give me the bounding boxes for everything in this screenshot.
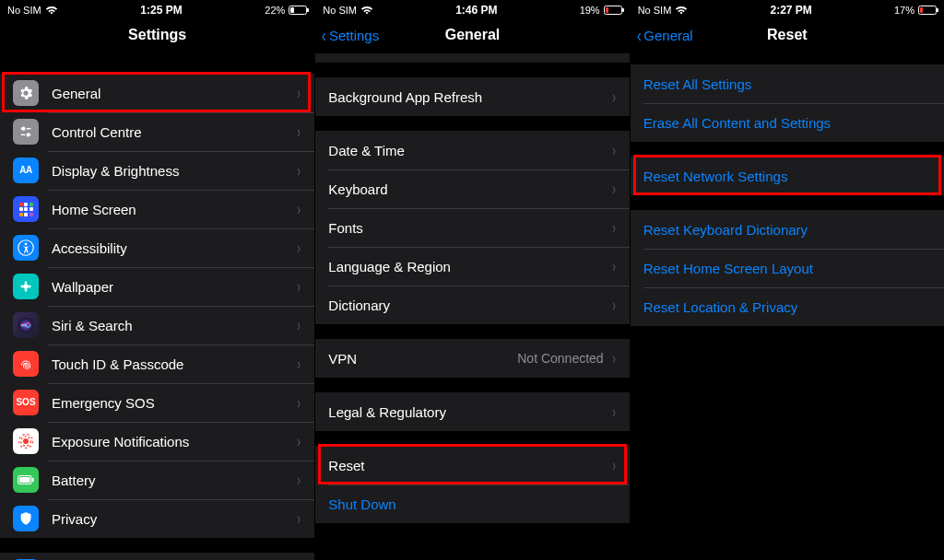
row-exposure-notifications[interactable]: Exposure Notifications › xyxy=(0,422,314,461)
panel-reset: No SIM 2:27 PM 17% ‹ General Reset Reset xyxy=(630,0,944,560)
row-label: Keyboard xyxy=(328,181,610,197)
chevron-right-icon: › xyxy=(612,257,616,276)
exposure-icon xyxy=(13,428,39,454)
chevron-right-icon: › xyxy=(298,277,301,297)
battery-icon xyxy=(918,6,937,15)
row-label: Dictionary xyxy=(328,298,610,313)
row-label: VPN xyxy=(328,351,517,367)
row-label: Accessibility xyxy=(52,240,296,256)
battery-percent: 19% xyxy=(580,5,600,16)
row-keyboard[interactable]: Keyboard › xyxy=(315,169,629,208)
row-home-screen[interactable]: Home Screen › xyxy=(0,190,314,228)
row-label: Exposure Notifications xyxy=(52,434,296,449)
back-button[interactable]: ‹ General xyxy=(636,17,693,53)
settings-group: Reset Network Settings xyxy=(631,157,944,195)
battery-icon xyxy=(289,6,307,15)
chevron-right-icon: › xyxy=(298,200,301,219)
back-button[interactable]: ‹ Settings xyxy=(321,17,379,53)
row-label: Battery xyxy=(52,472,296,488)
page-title: General xyxy=(445,27,501,43)
battery-percent: 22% xyxy=(265,5,285,16)
row-reset-keyboard-dictionary[interactable]: Reset Keyboard Dictionary xyxy=(631,210,944,249)
scroll-content[interactable]: Background App Refresh › Date & Time › K… xyxy=(315,53,629,560)
wifi-icon xyxy=(45,6,58,15)
touchid-icon xyxy=(13,351,39,377)
nav-bar: ‹ General Reset xyxy=(631,17,944,53)
chevron-left-icon: ‹ xyxy=(637,26,642,44)
svg-rect-14 xyxy=(19,477,30,483)
chevron-right-icon: › xyxy=(612,218,616,238)
row-background-app-refresh[interactable]: Background App Refresh › xyxy=(315,77,629,116)
row-touch-id-passcode[interactable]: Touch ID & Passcode › xyxy=(0,344,314,383)
chevron-right-icon: › xyxy=(612,402,616,422)
clock-label: 1:46 PM xyxy=(455,4,497,17)
row-label: Reset Location & Privacy xyxy=(643,299,931,315)
clock-label: 2:27 PM xyxy=(770,4,811,17)
row-vpn[interactable]: VPN Not Connected› xyxy=(315,339,629,378)
row-detail: Not Connected xyxy=(517,351,603,366)
chevron-right-icon: › xyxy=(298,316,301,335)
row-battery[interactable]: Battery › xyxy=(0,461,314,499)
privacy-icon xyxy=(13,506,39,531)
carrier-label: No SIM xyxy=(7,5,41,16)
row-legal-regulatory[interactable]: Legal & Regulatory › xyxy=(315,392,629,431)
row-emergency-sos[interactable]: SOS Emergency SOS › xyxy=(0,383,314,422)
row-siri-search[interactable]: Siri & Search › xyxy=(0,306,314,344)
carrier-label: No SIM xyxy=(638,5,672,16)
row-shut-down[interactable]: Shut Down xyxy=(315,484,629,523)
row-label: Reset Keyboard Dictionary xyxy=(643,222,931,238)
row-erase-all-content-and-settings[interactable]: Erase All Content and Settings xyxy=(631,103,944,142)
row-control-centre[interactable]: Control Centre › xyxy=(0,112,314,151)
sos-icon: SOS xyxy=(13,390,39,415)
chevron-right-icon: › xyxy=(298,393,301,413)
row-reset[interactable]: Reset › xyxy=(315,446,629,484)
row-label: Home Screen xyxy=(52,202,296,217)
settings-group: Reset Keyboard Dictionary Reset Home Scr… xyxy=(631,210,944,326)
settings-group: Legal & Regulatory › xyxy=(315,392,629,431)
svg-rect-15 xyxy=(32,478,34,483)
chevron-right-icon: › xyxy=(612,296,616,315)
row-dictionary[interactable]: Dictionary › xyxy=(315,286,629,324)
row-reset-home-screen-layout[interactable]: Reset Home Screen Layout xyxy=(631,249,944,287)
display-icon: AA xyxy=(13,158,39,183)
row-wallpaper[interactable]: Wallpaper › xyxy=(0,267,314,306)
homescreen-icon xyxy=(13,196,39,222)
row-label: Touch ID & Passcode xyxy=(52,356,296,372)
row-label: Reset Home Screen Layout xyxy=(643,261,931,276)
page-title: Settings xyxy=(128,27,186,43)
row-language-region[interactable]: Language & Region › xyxy=(315,247,629,286)
settings-group: Reset › Shut Down xyxy=(315,446,629,523)
settings-group: General › Control Centre › AA Display & … xyxy=(0,74,314,538)
row-reset-all-settings[interactable]: Reset All Settings xyxy=(631,64,944,103)
row-general[interactable]: General › xyxy=(0,74,314,112)
nav-bar: ‹ Settings General xyxy=(315,17,629,53)
row-accessibility[interactable]: Accessibility › xyxy=(0,228,314,267)
row-partial-top xyxy=(315,53,629,63)
chevron-left-icon: ‹ xyxy=(322,26,326,44)
row-label: Shut Down xyxy=(328,496,616,512)
status-bar: No SIM 1:46 PM 19% xyxy=(315,0,629,17)
chevron-right-icon: › xyxy=(298,471,301,490)
row-app-store[interactable]: App Store › xyxy=(0,553,314,560)
battery-icon xyxy=(604,6,622,15)
svg-point-3 xyxy=(27,134,30,136)
row-fonts[interactable]: Fonts › xyxy=(315,208,629,247)
row-label: Emergency SOS xyxy=(52,395,296,411)
row-label: Legal & Regulatory xyxy=(328,404,610,420)
row-label: Reset Network Settings xyxy=(643,169,931,184)
accessibility-icon xyxy=(13,235,39,261)
row-display-brightness[interactable]: AA Display & Brightness › xyxy=(0,151,314,190)
panel-general: No SIM 1:46 PM 19% ‹ Settings General Ba xyxy=(314,0,629,560)
scroll-content[interactable]: General › Control Centre › AA Display & … xyxy=(0,53,314,560)
wifi-icon xyxy=(675,6,688,15)
scroll-content[interactable]: Reset All Settings Erase All Content and… xyxy=(631,53,944,560)
battery-icon xyxy=(13,467,39,493)
siri-icon xyxy=(13,312,39,338)
row-date-time[interactable]: Date & Time › xyxy=(315,131,629,169)
settings-group: Reset All Settings Erase All Content and… xyxy=(631,64,944,142)
svg-point-10 xyxy=(23,438,29,444)
chevron-right-icon: › xyxy=(298,122,301,142)
row-reset-network-settings[interactable]: Reset Network Settings xyxy=(631,157,944,195)
row-privacy[interactable]: Privacy › xyxy=(0,499,314,538)
row-reset-location-privacy[interactable]: Reset Location & Privacy xyxy=(631,287,944,326)
